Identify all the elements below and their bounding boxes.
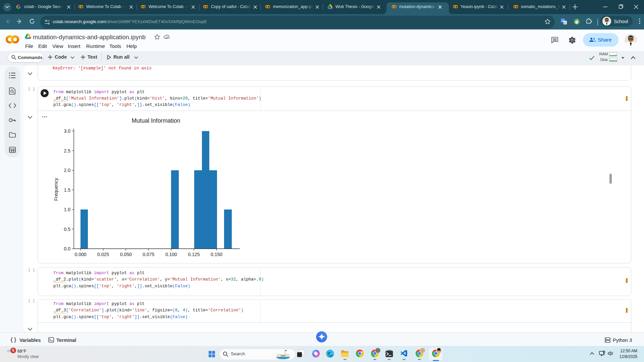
svg-text:0.075: 0.075 bbox=[143, 252, 154, 257]
svg-text:Mutual Information: Mutual Information bbox=[132, 117, 180, 124]
svg-text:文: 文 bbox=[564, 21, 567, 24]
svg-text:0.050: 0.050 bbox=[120, 252, 132, 257]
svg-text:Frequency: Frequency bbox=[53, 178, 59, 201]
svg-text:2.0: 2.0 bbox=[64, 168, 71, 173]
svg-text:1.5: 1.5 bbox=[64, 187, 71, 193]
svg-text:0.150: 0.150 bbox=[211, 252, 222, 257]
svg-text:3.0: 3.0 bbox=[64, 128, 71, 134]
svg-text:0.100: 0.100 bbox=[165, 252, 177, 257]
svg-text:0.000: 0.000 bbox=[74, 252, 86, 257]
svg-text:0.025: 0.025 bbox=[97, 252, 109, 257]
svg-text:0.0: 0.0 bbox=[64, 246, 71, 251]
svg-text:1.0: 1.0 bbox=[64, 207, 71, 212]
svg-text:0.125: 0.125 bbox=[188, 252, 200, 257]
svg-text:2.5: 2.5 bbox=[64, 148, 71, 154]
svg-text:0.5: 0.5 bbox=[64, 227, 71, 232]
